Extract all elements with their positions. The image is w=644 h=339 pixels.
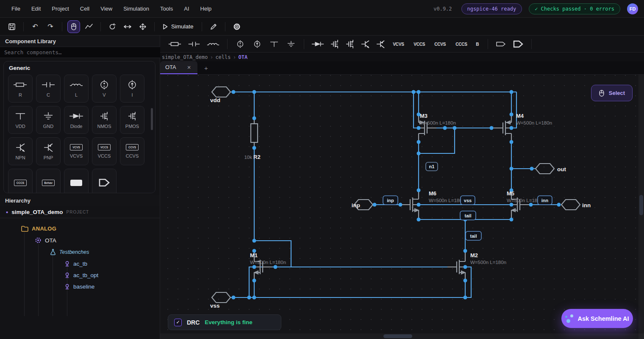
library-item-npn[interactable]: NPN: [8, 137, 33, 165]
horizontal-scrollbar[interactable]: [160, 333, 644, 339]
library-item-port[interactable]: [92, 169, 117, 193]
tree-item-ac-tb-opt[interactable]: ac_tb_opt: [64, 272, 98, 278]
menu-project[interactable]: Project: [46, 3, 74, 14]
schematic-canvas[interactable]: M3 W=500n L=180n M4 W=500n L=180n M6 W=5…: [160, 75, 644, 339]
device-symbols[interactable]: [212, 87, 580, 303]
library-item-c[interactable]: C: [36, 75, 61, 103]
port-vdd[interactable]: [212, 87, 230, 97]
settings-button[interactable]: [230, 20, 243, 33]
search-input[interactable]: [0, 47, 160, 58]
palette-vdd[interactable]: [269, 39, 280, 49]
breadcrumb-project[interactable]: simple_OTA_demo: [162, 54, 208, 60]
undo-button[interactable]: ↶: [29, 20, 42, 33]
menu-ai[interactable]: AI: [178, 3, 194, 14]
transistor-m4[interactable]: [494, 114, 511, 142]
tab-close-icon[interactable]: ×: [187, 64, 191, 71]
drc-status-bar: ✓ DRC Everything is fine: [168, 314, 281, 330]
ask-ai-button[interactable]: Ask Schemline AI: [561, 309, 633, 328]
net-label-tail-1[interactable]: tail: [460, 211, 476, 220]
net-label-vss[interactable]: vss: [461, 196, 475, 205]
palette-npn[interactable]: [361, 40, 370, 48]
palette-port[interactable]: [512, 39, 524, 49]
library-item-pnp[interactable]: PNP: [36, 137, 61, 165]
tree-item-analog-folder[interactable]: ANALOG: [21, 225, 56, 232]
vertical-scrollbar[interactable]: [638, 75, 644, 339]
svg-text:inn: inn: [582, 202, 591, 208]
edit-pencil-button[interactable]: [207, 20, 220, 33]
transistor-m6[interactable]: [401, 190, 419, 219]
menu-view[interactable]: View: [95, 3, 118, 14]
library-item-pmos[interactable]: PMOS: [120, 106, 144, 134]
palette-cccs[interactable]: CCCS: [455, 42, 467, 47]
tree-item-testbenches[interactable]: Testbenches: [50, 249, 89, 255]
tree-item-ota-cell[interactable]: OTA: [35, 237, 56, 244]
redo-button[interactable]: ↷: [44, 20, 57, 33]
menu-edit[interactable]: Edit: [26, 3, 46, 14]
net-label-tail-2[interactable]: tail: [466, 231, 481, 240]
library-item-cccs[interactable]: CCCS: [8, 169, 33, 193]
move-button[interactable]: [136, 20, 149, 33]
library-item-l[interactable]: L: [64, 75, 89, 103]
palette-bsource[interactable]: B: [476, 42, 479, 47]
port-vss[interactable]: [212, 292, 230, 303]
menu-cell[interactable]: Cell: [75, 3, 95, 14]
port-out[interactable]: [536, 164, 554, 174]
rotate-button[interactable]: [106, 20, 119, 33]
select-mode-badge[interactable]: Select: [591, 85, 633, 101]
save-button[interactable]: [6, 20, 18, 33]
library-item-diode[interactable]: Diode: [64, 106, 89, 134]
palette-pnp[interactable]: [376, 40, 385, 48]
resistor-r2[interactable]: [251, 118, 258, 148]
library-item-v[interactable]: V: [92, 75, 117, 103]
palette-gnd[interactable]: [286, 39, 297, 49]
user-avatar[interactable]: FD: [627, 3, 638, 14]
tree-item-ac-tb[interactable]: ac_tb: [64, 261, 87, 267]
palette-nmos[interactable]: [330, 39, 339, 49]
simulate-button[interactable]: Simulate: [158, 21, 198, 32]
breadcrumb-cells[interactable]: cells: [215, 54, 230, 60]
tree-item-baseline[interactable]: baseline: [64, 283, 94, 290]
palette-vcvs[interactable]: VCVS: [393, 42, 404, 47]
library-item-ccvs[interactable]: CCVSCCVS: [120, 137, 144, 165]
palette-inductor[interactable]: [206, 40, 220, 48]
palette-label[interactable]: [495, 40, 506, 48]
transistor-m2[interactable]: [447, 253, 465, 281]
menu-tools[interactable]: Tools: [155, 3, 178, 14]
tab-ota[interactable]: OTA ×: [160, 61, 197, 74]
palette-vsource[interactable]: [235, 39, 246, 49]
flip-horizontal-button[interactable]: [121, 20, 134, 33]
palette-pmos[interactable]: [345, 39, 355, 49]
svg-text:vss: vss: [464, 198, 472, 203]
new-tab-button[interactable]: +: [204, 64, 208, 74]
library-scrollbar[interactable]: [151, 108, 153, 130]
menu-help[interactable]: Help: [195, 3, 217, 14]
palette-diode[interactable]: [311, 40, 324, 48]
library-item-gnd[interactable]: GND: [36, 106, 61, 134]
port-inn[interactable]: [561, 200, 580, 210]
net-label-inp[interactable]: inp: [383, 196, 398, 205]
project-row[interactable]: • simple_OTA_demo PROJECT: [0, 206, 160, 218]
library-item-vccs[interactable]: VCCSVCCS: [92, 137, 117, 165]
library-item-behav[interactable]: Behav: [36, 169, 61, 193]
library-item-battery[interactable]: [64, 169, 89, 193]
palette-resistor[interactable]: [168, 40, 182, 48]
library-item-vdd[interactable]: VDD: [8, 106, 33, 134]
library-item-r[interactable]: R: [8, 75, 33, 103]
net-label-inn[interactable]: inn: [538, 196, 552, 205]
vertical-scrollbar-thumb[interactable]: [639, 195, 643, 215]
palette-vccs[interactable]: VCCS: [414, 42, 425, 47]
horizontal-scrollbar-thumb[interactable]: [383, 334, 412, 338]
palette-ccvs[interactable]: CCVS: [434, 42, 446, 47]
menu-file[interactable]: File: [6, 3, 26, 14]
palette-capacitor[interactable]: [188, 40, 200, 48]
flip-horizontal-icon: [123, 24, 132, 30]
library-item-i[interactable]: I: [120, 75, 144, 103]
palette-isource[interactable]: [252, 39, 263, 49]
menu-simulation[interactable]: Simulation: [118, 3, 155, 14]
library-item-nmos[interactable]: NMOS: [92, 106, 117, 134]
drc-checkbox[interactable]: ✓: [174, 319, 182, 326]
select-tool-button[interactable]: [67, 20, 80, 33]
library-item-vcvs[interactable]: VCVSVCVS: [64, 137, 89, 165]
net-label-n1[interactable]: n1: [426, 162, 438, 171]
wire-tool-button[interactable]: [83, 20, 95, 33]
